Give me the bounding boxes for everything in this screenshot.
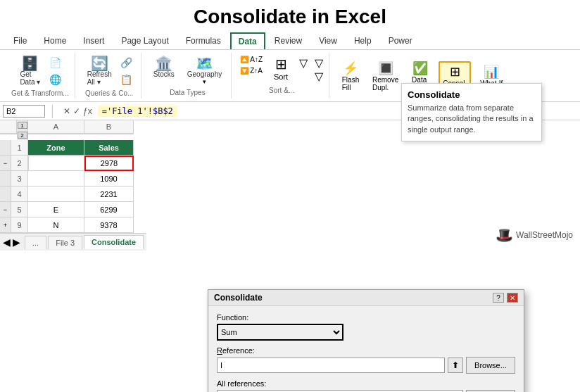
cell-a3[interactable] — [28, 171, 84, 186]
row-header-3: 3 — [11, 171, 28, 186]
col-header-b: B — [84, 120, 134, 134]
collapse-btn-2[interactable]: − — [4, 160, 7, 167]
refresh-all-button[interactable]: 🔄 RefreshAll ▾ — [84, 54, 115, 88]
cell-b4[interactable]: 2231 — [84, 186, 134, 202]
tab-file3[interactable]: File 3 — [48, 236, 82, 249]
row-header-5: 5 — [11, 202, 28, 217]
stocks-icon: 🏛️ — [155, 56, 172, 70]
sort-az-button[interactable]: 🔼 A↑Z — [237, 54, 265, 65]
tab-insert[interactable]: Insert — [75, 32, 112, 49]
scroll-right-tab[interactable]: ▶ — [13, 236, 20, 248]
reference-field: Reference: ⬆ Browse... — [217, 346, 515, 374]
cancel-formula-icon[interactable]: ✕ — [63, 106, 70, 116]
data-types-label: Data Types — [170, 89, 205, 96]
reference-label: Reference: — [217, 346, 515, 355]
row-header-4: 4 — [11, 186, 28, 202]
queries-label: Queries & Co... — [85, 89, 133, 97]
cell-b5[interactable]: 6299 — [84, 202, 134, 217]
filter-button[interactable]: ▽ — [296, 54, 310, 85]
formula-content: ='File 1'!$B$2 — [98, 106, 177, 117]
cell-a1[interactable]: Zone — [28, 140, 84, 156]
tab-formulas[interactable]: Formulas — [178, 32, 229, 49]
tab-home[interactable]: Home — [36, 32, 74, 49]
col-header-a: A — [28, 120, 84, 134]
cell-a5[interactable]: E — [28, 202, 84, 217]
tab-power[interactable]: Power — [381, 32, 420, 49]
geography-button[interactable]: 🗺️ Geography ▾ — [184, 54, 225, 87]
tab-help[interactable]: Help — [346, 32, 379, 49]
sheet-tabs: ◀ ▶ ... File 3 Consolidate — [0, 233, 146, 251]
text-icon: 📄 — [49, 57, 61, 68]
get-transform-label: Get & Transform... — [11, 89, 69, 97]
tab-file[interactable]: File — [6, 32, 34, 49]
spreadsheet-header-row: 1 2 A B — [0, 120, 146, 140]
reference-row: ⬆ Browse... — [217, 357, 515, 374]
filter-icon: ▽ — [299, 57, 308, 69]
sort-button[interactable]: ⊞ Sort — [268, 54, 294, 82]
queries-group: 🔄 RefreshAll ▾ 🔗 📋 Queries & Co... — [78, 53, 141, 99]
stocks-button[interactable]: 🏛️ Stocks — [150, 54, 178, 87]
watermark: 🎩 WallStreetMojo — [496, 227, 573, 244]
group-level-2[interactable]: 2 — [18, 132, 27, 139]
function-field: Function: Sum Count Average Max Min Prod… — [217, 313, 515, 341]
sort-za-icon: 🔽 — [240, 67, 248, 75]
cell-b1[interactable]: Sales — [84, 140, 134, 156]
collapse-btn-9[interactable]: + — [4, 222, 7, 229]
sort-za-button[interactable]: 🔽 Z↑A — [237, 65, 265, 76]
whatif-icon: 📊 — [484, 64, 499, 80]
consolidate-tooltip: Consolidate Summarize data from separate… — [401, 83, 542, 141]
insert-function-icon[interactable]: ƒx — [83, 106, 92, 116]
remove-duplicates-button[interactable]: 🔳 RemoveDupl. — [369, 58, 402, 94]
flash-fill-button[interactable]: ⚡ FlashFill — [338, 58, 363, 94]
dialog-body: Function: Sum Count Average Max Min Prod… — [208, 306, 524, 392]
row-2: − 2 2978 — [0, 156, 146, 171]
database-icon: 🗄️ — [21, 56, 39, 70]
all-references-field: All references: 'File 1'!$A$1:$B$5 'File… — [217, 379, 515, 392]
confirm-formula-icon[interactable]: ✓ — [73, 106, 80, 116]
cell-a9[interactable]: N — [28, 217, 84, 233]
from-text-csv-button[interactable]: 📄 — [46, 55, 63, 70]
sort-az-icon: 🔼 — [240, 56, 248, 63]
watermark-icon: 🎩 — [496, 227, 513, 244]
properties-button[interactable]: 📋 — [118, 72, 135, 87]
tab-pagelayout[interactable]: Page Layout — [113, 32, 176, 49]
row-header-9: 9 — [11, 217, 28, 233]
tab-view[interactable]: View — [311, 32, 345, 49]
cell-a4[interactable] — [28, 186, 84, 202]
name-box[interactable] — [3, 105, 45, 118]
row-5: − 5 E 6299 — [0, 202, 146, 217]
cell-b3[interactable]: 1090 — [84, 171, 134, 186]
tab-consolidate[interactable]: Consolidate — [84, 235, 144, 249]
reference-input[interactable] — [217, 358, 445, 373]
page-title: Consolidate in Excel — [0, 0, 580, 31]
row-header-1: 1 — [11, 140, 28, 156]
cell-b9[interactable]: 9378 — [84, 217, 134, 233]
collapse-btn-5[interactable]: − — [4, 206, 7, 213]
tab-data[interactable]: Data — [230, 32, 265, 49]
scroll-left-tab[interactable]: ◀ — [3, 236, 11, 248]
connections-button[interactable]: 🔗 — [118, 55, 135, 70]
tooltip-title: Consolidate — [408, 89, 536, 100]
advanced-filter-button[interactable]: ▽▽ — [312, 54, 326, 85]
dialog-help-button[interactable]: ? — [493, 293, 504, 303]
reference-collapse-button[interactable]: ⬆ — [448, 358, 463, 373]
geography-icon: 🗺️ — [196, 56, 213, 70]
function-select[interactable]: Sum Count Average Max Min Product — [217, 324, 343, 341]
ribbon-tabs: File Home Insert Page Layout Formulas Da… — [0, 31, 580, 50]
tab-ellipsis[interactable]: ... — [25, 236, 46, 249]
corner-cell — [0, 120, 17, 134]
spreadsheet-wrapper: 1 2 A B 1 Zone Sales − 2 2978 3 1090 — [0, 120, 146, 251]
all-references-label: All references: — [217, 379, 515, 388]
tab-review[interactable]: Review — [267, 32, 310, 49]
dialog-close-button[interactable]: ✕ — [507, 293, 518, 303]
remove-dup-icon: 🔳 — [378, 61, 393, 76]
get-data-button[interactable]: 🗄️ GetData ▾ — [16, 54, 44, 88]
row-header-2: 2 — [11, 156, 28, 171]
from-web-button[interactable]: 🌐 — [46, 72, 63, 87]
cell-a2[interactable] — [28, 156, 84, 171]
sort-icon: ⊞ — [275, 56, 287, 72]
data-types-group: 🏛️ Stocks 🗺️ Geography ▾ Data Types — [144, 53, 232, 99]
group-level-1[interactable]: 1 — [18, 122, 27, 129]
browse-button[interactable]: Browse... — [466, 357, 515, 374]
cell-b2[interactable]: 2978 — [84, 156, 134, 171]
